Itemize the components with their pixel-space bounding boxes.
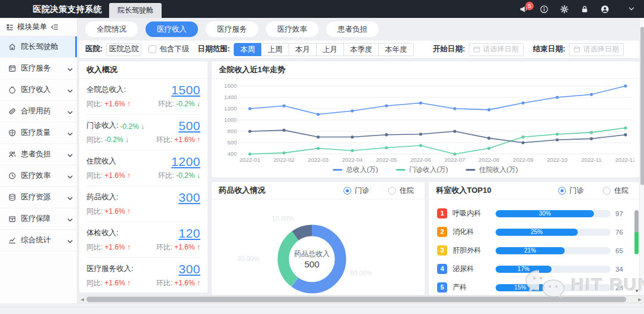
- lock-icon[interactable]: [580, 5, 589, 14]
- dept-bar-track: 21%: [496, 247, 611, 254]
- notification-megaphone-icon[interactable]: 5: [519, 5, 528, 14]
- start-date-label: 开始日期:: [433, 44, 465, 54]
- horizontal-scrollbar-thumb[interactable]: [86, 297, 626, 302]
- sidebar-item-10[interactable]: 综合统计: [0, 230, 77, 251]
- hospital-dashboard-page: 医院决策支持系统 院长驾驶舱 5 模: [0, 0, 644, 314]
- sidebar-item-3[interactable]: 医疗收入: [0, 79, 77, 101]
- radio-门诊[interactable]: 门诊: [343, 186, 369, 196]
- chevron-down-icon: [66, 87, 72, 93]
- info-icon[interactable]: [540, 5, 549, 14]
- sidebar-item-label: 患者负担: [21, 149, 66, 159]
- sidebar-item-7[interactable]: 医疗效率: [0, 165, 77, 187]
- panel-scrollbar-thumb[interactable]: [634, 210, 639, 254]
- radio-住院[interactable]: 住院: [388, 186, 414, 196]
- metric-value-link[interactable]: 300: [178, 263, 200, 276]
- tab-3[interactable]: 医疗服务: [206, 21, 258, 37]
- range-button-2[interactable]: 上周: [261, 43, 289, 56]
- shield-icon: [8, 129, 16, 137]
- chevron-down-icon: [66, 66, 72, 72]
- rank-badge: 4: [437, 264, 447, 274]
- metric-value-link[interactable]: 1200: [171, 155, 200, 168]
- chevron-down-icon: [66, 152, 72, 158]
- workspace-tab[interactable]: 院长驾驶舱: [109, 3, 162, 18]
- metric-value-link[interactable]: 1500: [171, 84, 200, 97]
- chevron-down-icon: [66, 130, 72, 136]
- svg-text:600: 600: [227, 139, 237, 146]
- metric-label: 医疗服务收入:: [86, 264, 133, 276]
- end-date-input[interactable]: 请选择日期: [569, 43, 624, 56]
- tab-1[interactable]: 全院情况: [85, 21, 138, 37]
- svg-text:2022-04: 2022-04: [342, 156, 363, 163]
- sidebar-item-1[interactable]: 院长驾驶舱: [0, 36, 77, 58]
- include-sub-checkbox[interactable]: [148, 45, 156, 53]
- scroll-left-arrow[interactable]: ◀: [79, 296, 86, 303]
- date-range-label: 日期范围:: [197, 44, 230, 54]
- legend-item[interactable]: 住院收入(万): [466, 165, 518, 174]
- legend-item[interactable]: 门诊收入(万): [396, 165, 448, 174]
- home-icon: [8, 43, 16, 51]
- gear-icon[interactable]: [560, 5, 569, 14]
- sidebar-item-5[interactable]: 医疗质量: [0, 122, 77, 144]
- dept-top10-rows: 1呼吸内科30%972消化科25%763肝胆外科21%654泌尿科17%345产…: [429, 199, 639, 295]
- sidebar-item-2[interactable]: 医疗服务: [0, 58, 77, 79]
- radio-住院[interactable]: 住院: [603, 186, 628, 196]
- metric-label: 全院总收入:: [86, 85, 126, 97]
- select-caret-icon: [132, 48, 137, 53]
- metric-label: 体检收入:: [86, 228, 118, 240]
- metric-value-link[interactable]: 500: [178, 119, 200, 133]
- trendline-icon: [8, 236, 16, 244]
- range-button-4[interactable]: 上月: [316, 43, 344, 56]
- dept-row: 1呼吸内科30%97: [437, 204, 631, 223]
- collapse-sidebar-icon[interactable]: [51, 23, 58, 31]
- start-date-placeholder: 请选择日期: [483, 44, 519, 54]
- drug-income-card: 药品收入情况 门诊住院 10.00%30.00%60.00%药品总收入500: [212, 182, 425, 295]
- dept-bar-track: 25%: [496, 229, 611, 236]
- horizontal-scrollbar[interactable]: ◀ ▶: [78, 295, 644, 303]
- scroll-right-arrow[interactable]: ▶: [636, 296, 643, 303]
- sidebar-item-label: 医疗效率: [21, 171, 66, 181]
- clock-icon: [8, 172, 16, 180]
- range-button-1[interactable]: 本周: [234, 43, 262, 56]
- dept-bar-fill: 21%: [496, 247, 565, 254]
- sidebar-item-6[interactable]: 患者负担: [0, 144, 77, 165]
- range-button-3[interactable]: 本月: [289, 43, 317, 56]
- sidebar-item-9[interactable]: 医疗保障: [0, 208, 77, 230]
- metric-row: 药品收入:300同比:+1.6% ↑: [79, 186, 208, 222]
- date-range-group: 本周上周本月上月本季度本年度: [234, 43, 414, 56]
- dept-bar-fill: 15%: [496, 284, 545, 291]
- svg-text:1400: 1400: [224, 94, 237, 100]
- start-date-input[interactable]: 请选择日期: [469, 43, 524, 56]
- metric-label: 药品收入:: [86, 192, 118, 204]
- users-icon: [8, 150, 16, 158]
- tab-2[interactable]: 医疗收入: [145, 21, 198, 37]
- rank-badge: 2: [437, 227, 447, 237]
- sidebar-item-label: 医疗保障: [21, 214, 66, 224]
- calendar-icon: [8, 64, 16, 72]
- svg-text:1000: 1000: [224, 116, 237, 123]
- navbar-chevron-down-icon[interactable]: [627, 5, 636, 13]
- trend-card-title: 全院收入近1年走势: [219, 64, 632, 75]
- range-button-5[interactable]: 本季度: [343, 43, 379, 56]
- tab-5[interactable]: 患者负担: [326, 21, 379, 37]
- tab-4[interactable]: 医疗效率: [266, 21, 318, 37]
- dept-name: 肝胆外科: [453, 245, 496, 255]
- sidebar-item-4[interactable]: 合理用药: [0, 101, 77, 122]
- end-date-label: 结束日期:: [533, 44, 565, 54]
- metric-value-link[interactable]: 300: [178, 191, 200, 204]
- radio-门诊[interactable]: 门诊: [558, 186, 584, 196]
- yearly-trend-card: 全院收入近1年走势 40060080010001200140016002022-…: [212, 61, 639, 177]
- hospital-select[interactable]: 医院总院: [106, 43, 141, 56]
- vertical-scrollbar[interactable]: [639, 18, 644, 295]
- metric-row: 体检收入:120同比:+1.6% ↑环比:+1.6% ↑: [79, 222, 208, 258]
- dept-card-title: 科室收入TOP10: [436, 185, 558, 196]
- sidebar-item-8[interactable]: 医疗资源: [0, 187, 77, 208]
- scroll-down-arrow[interactable]: ▼: [634, 288, 640, 294]
- legend-item[interactable]: 总收入(万): [333, 165, 378, 174]
- svg-text:2022-05: 2022-05: [376, 156, 397, 163]
- range-button-6[interactable]: 本年度: [378, 43, 414, 56]
- sidebar-menu: 院长驾驶舱医疗服务医疗收入合理用药医疗质量患者负担医疗效率医疗资源医疗保障综合统…: [0, 36, 77, 251]
- user-avatar-icon[interactable]: [600, 5, 609, 14]
- metric-value-link[interactable]: 120: [178, 227, 200, 240]
- svg-text:2022-01: 2022-01: [240, 156, 261, 163]
- vertical-scrollbar-thumb[interactable]: [640, 27, 644, 185]
